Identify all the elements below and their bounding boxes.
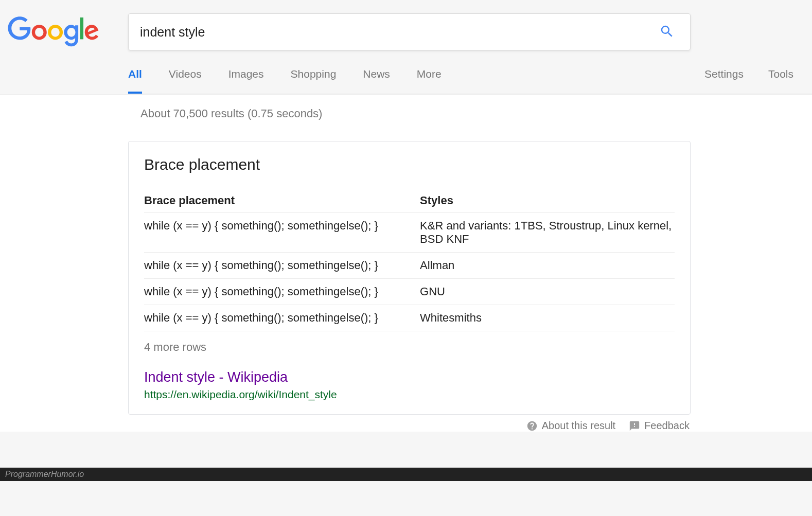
nav-settings[interactable]: Settings xyxy=(704,68,744,94)
help-icon xyxy=(526,420,538,432)
result-stats: About 70,500 results (0.75 seconds) xyxy=(140,107,691,120)
watermark: ProgrammerHumor.io xyxy=(0,468,812,481)
search-nav: All Videos Images Shopping News More Set… xyxy=(128,68,812,94)
snippet-title: Brace placement xyxy=(144,156,675,173)
table-cell-code: while (x == y) { something(); somethinge… xyxy=(144,279,420,305)
more-rows-link[interactable]: 4 more rows xyxy=(144,341,675,354)
search-button[interactable] xyxy=(655,20,679,45)
table-cell-code: while (x == y) { something(); somethinge… xyxy=(144,213,420,253)
table-row: while (x == y) { something(); somethinge… xyxy=(144,305,675,331)
snippet-table: Brace placement Styles while (x == y) { … xyxy=(144,189,675,331)
nav-videos[interactable]: Videos xyxy=(169,68,202,94)
featured-snippet: Brace placement Brace placement Styles w… xyxy=(128,141,691,415)
nav-tools[interactable]: Tools xyxy=(768,68,793,94)
search-input[interactable] xyxy=(140,25,655,40)
search-box[interactable] xyxy=(128,13,691,50)
feedback-icon xyxy=(629,420,640,432)
about-this-result-label: About this result xyxy=(542,420,615,432)
table-cell-code: while (x == y) { something(); somethinge… xyxy=(144,253,420,279)
nav-images[interactable]: Images xyxy=(228,68,264,94)
table-row: while (x == y) { something(); somethinge… xyxy=(144,253,675,279)
table-cell-style: K&R and variants: 1TBS, Stroustrup, Linu… xyxy=(420,213,675,253)
nav-shopping[interactable]: Shopping xyxy=(291,68,337,94)
nav-news[interactable]: News xyxy=(363,68,390,94)
table-cell-style: GNU xyxy=(420,279,675,305)
nav-all[interactable]: All xyxy=(128,68,142,94)
table-cell-style: Allman xyxy=(420,253,675,279)
about-this-result[interactable]: About this result xyxy=(526,420,615,432)
table-cell-code: while (x == y) { something(); somethinge… xyxy=(144,305,420,331)
table-cell-style: Whitesmiths xyxy=(420,305,675,331)
nav-more[interactable]: More xyxy=(417,68,442,94)
search-icon xyxy=(659,24,675,39)
table-header-styles: Styles xyxy=(420,189,675,213)
source-title-link[interactable]: Indent style - Wikipedia xyxy=(144,369,675,385)
table-header-brace: Brace placement xyxy=(144,189,420,213)
feedback-link[interactable]: Feedback xyxy=(629,420,690,432)
table-row: while (x == y) { something(); somethinge… xyxy=(144,213,675,253)
source-url[interactable]: https://en.wikipedia.org/wiki/Indent_sty… xyxy=(144,388,675,401)
google-logo[interactable] xyxy=(7,16,128,47)
feedback-label: Feedback xyxy=(644,420,690,432)
table-row: while (x == y) { something(); somethinge… xyxy=(144,279,675,305)
